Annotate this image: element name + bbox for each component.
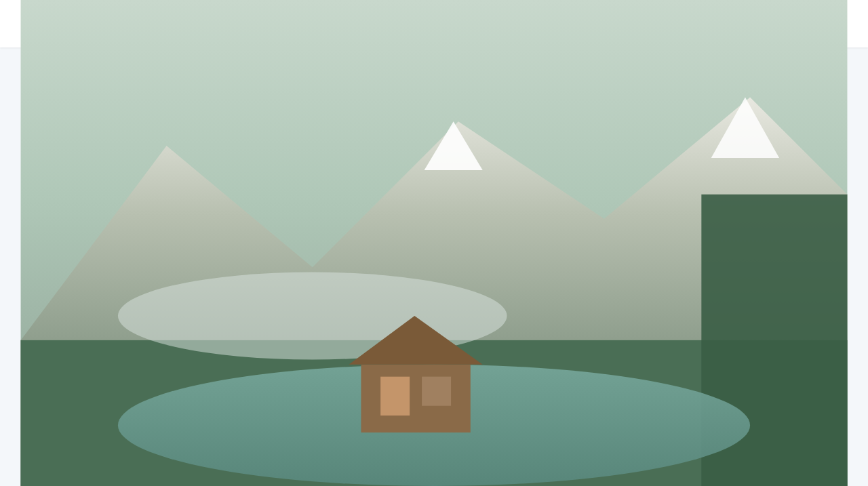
card-train-image: [562, 102, 827, 251]
train-image-visual: [562, 102, 827, 251]
svg-rect-16: [701, 195, 827, 251]
main-content: Free HTML Travel Agency Bootstrap Theme …: [0, 47, 868, 424]
card-train: Travel by train Lorem ipsum dolor sit am…: [562, 102, 827, 367]
